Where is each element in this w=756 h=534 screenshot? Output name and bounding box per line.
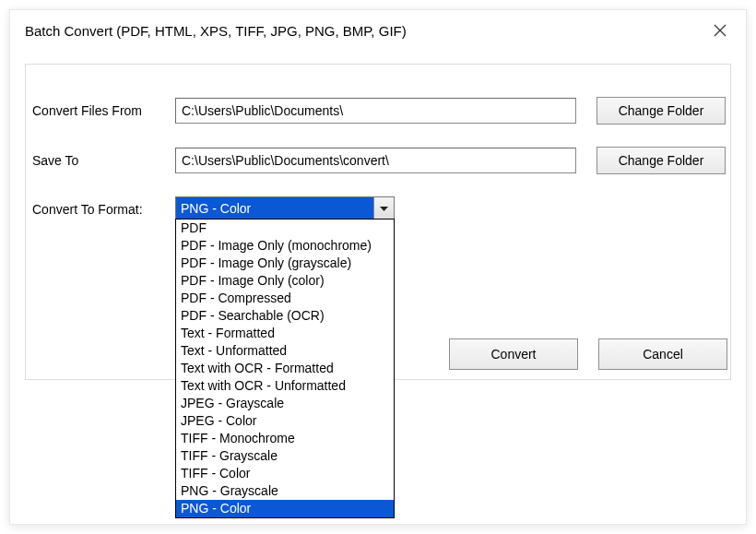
format-dropdown-list[interactable]: PDFPDF - Image Only (monochrome)PDF - Im… (175, 219, 395, 518)
dialog-window: Batch Convert (PDF, HTML, XPS, TIFF, JPG… (9, 9, 747, 525)
dialog-title: Batch Convert (PDF, HTML, XPS, TIFF, JPG… (25, 23, 705, 39)
format-option[interactable]: PDF - Searchable (OCR) (176, 307, 394, 325)
format-option[interactable]: Text with OCR - Unformatted (176, 377, 394, 395)
label-saveto: Save To (32, 153, 175, 168)
format-option[interactable]: PDF - Compressed (176, 290, 394, 307)
format-option[interactable]: PDF (176, 220, 394, 237)
format-option[interactable]: Text - Formatted (176, 325, 394, 342)
input-from[interactable] (175, 98, 576, 124)
label-format: Convert To Format: (32, 202, 175, 217)
bottom-button-bar: Convert Cancel (449, 338, 727, 370)
format-option[interactable]: PDF - Image Only (monochrome) (176, 237, 394, 255)
change-folder-from-button[interactable]: Change Folder (597, 97, 726, 125)
titlebar: Batch Convert (PDF, HTML, XPS, TIFF, JPG… (10, 10, 746, 51)
dialog-body: Convert Files From Change Folder Save To… (10, 51, 746, 392)
cancel-button[interactable]: Cancel (598, 338, 727, 370)
label-from: Convert Files From (32, 103, 175, 118)
convert-button[interactable]: Convert (449, 338, 578, 370)
format-option[interactable]: PDF - Image Only (grayscale) (176, 255, 394, 272)
format-option[interactable]: PDF - Image Only (color) (176, 272, 394, 290)
format-option[interactable]: JPEG - Color (176, 412, 394, 430)
row-saveto: Save To Change Folder (32, 147, 727, 174)
format-option[interactable]: JPEG - Grayscale (176, 395, 394, 412)
format-option[interactable]: TIFF - Monochrome (176, 430, 394, 447)
format-option[interactable]: TIFF - Grayscale (176, 447, 394, 465)
close-icon (714, 24, 726, 37)
format-option[interactable]: Text - Unformatted (176, 342, 394, 360)
row-from: Convert Files From Change Folder (32, 97, 727, 125)
input-saveto[interactable] (175, 148, 576, 173)
format-option[interactable]: Text with OCR - Formatted (176, 360, 394, 377)
close-button[interactable] (705, 16, 735, 45)
format-option[interactable]: PNG - Color (176, 500, 394, 517)
format-option[interactable]: PNG - Grayscale (176, 482, 394, 500)
change-folder-saveto-button[interactable]: Change Folder (597, 147, 726, 174)
chevron-down-icon (380, 207, 388, 212)
format-option[interactable]: TIFF - Color (176, 465, 394, 482)
